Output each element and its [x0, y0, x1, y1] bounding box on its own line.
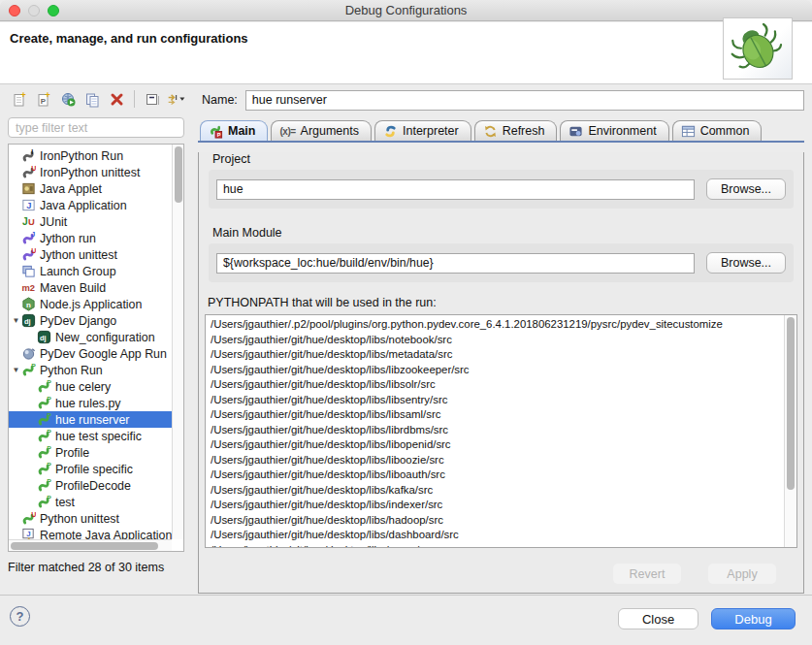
svg-text:P: P [47, 495, 51, 501]
tree-item-java-application[interactable]: JJava Application [9, 197, 172, 213]
pythonpath-entry: /Users/jgauthier/git/hue/desktop/libs/ka… [211, 483, 783, 499]
tree-item-label: Python unittest [38, 512, 123, 526]
project-input[interactable] [216, 179, 695, 200]
tree-item-label: Jython unittest [38, 248, 121, 262]
tree-item-label: Java Applet [38, 182, 106, 196]
tab-main[interactable]: PMain [200, 120, 268, 141]
tree-item-java-applet[interactable]: Java Applet [9, 180, 172, 197]
tree-item-label: IronPython Run [38, 149, 127, 163]
python-unittest-icon: U [21, 511, 38, 526]
tree-item-launch-group[interactable]: Launch Group [9, 263, 172, 279]
tree-item-remote-java-application[interactable]: JRemote Java Application [9, 527, 172, 539]
pythonpath-entry: /Users/jgauthier/git/hue/desktop/libs/li… [211, 377, 783, 393]
filter-menu-icon[interactable] [167, 89, 186, 109]
tree-item-jython-run[interactable]: JJython run [9, 230, 172, 246]
tab-refresh[interactable]: Refresh [474, 120, 558, 141]
tab-label: Common [700, 124, 750, 138]
title-bar: Debug Configurations [0, 0, 812, 21]
delete-configuration-icon[interactable] [107, 89, 126, 109]
revert-button[interactable]: Revert [613, 564, 681, 584]
expand-arrow-icon[interactable]: ▼ [9, 366, 21, 374]
tree-item-node-js-application[interactable]: nNode.js Application [9, 296, 172, 312]
pythonpath-list: /Users/jgauthier/.p2/pool/plugins/org.py… [205, 314, 797, 548]
svg-text:P: P [47, 429, 51, 435]
svg-text:P: P [47, 396, 51, 403]
tree-item-label: Profile specific [53, 463, 137, 476]
svg-text:J: J [26, 530, 30, 538]
project-browse-button[interactable]: Browse... [706, 178, 786, 200]
svg-text:P: P [47, 445, 51, 452]
tree-item-profiledecode[interactable]: PProfileDecode [9, 477, 172, 494]
tab-environment[interactable]: Environment [560, 120, 668, 141]
tree-item-python-unittest[interactable]: UPython unittest [9, 510, 172, 527]
help-button[interactable]: ? [10, 606, 30, 627]
tree-item-profile-specific[interactable]: PProfile specific [9, 461, 172, 477]
environment-icon [568, 124, 583, 139]
new-prototype-icon[interactable]: P+ [34, 89, 53, 109]
tree-item-label: Maven Build [38, 281, 110, 295]
new-configuration-icon[interactable]: + [10, 89, 29, 109]
filter-input[interactable] [8, 117, 184, 138]
pythonpath-scrollbar[interactable] [784, 315, 796, 547]
svg-text:P: P [47, 478, 51, 485]
bug-icon [723, 17, 793, 80]
close-window-button[interactable] [9, 5, 20, 16]
tree-item-hue-rules-py[interactable]: Phue rules.py [9, 395, 172, 411]
tab-label: Main [228, 124, 255, 138]
jython-unittest-icon: U [21, 247, 38, 262]
apply-button[interactable]: Apply [708, 564, 776, 584]
ironpython-run-icon: I [21, 148, 38, 163]
tree-item-new-configuration[interactable]: djNew_configuration [9, 329, 172, 345]
tab-label: Arguments [301, 124, 359, 138]
ironpython-unittest-icon: U [21, 165, 38, 179]
tree-item-label: Profile [53, 446, 93, 460]
jython-run-icon: J [21, 231, 38, 245]
tree-item-junit[interactable]: JUJUnit [9, 213, 172, 230]
export-configuration-icon[interactable] [58, 89, 78, 109]
arguments-icon: (x)= [279, 126, 295, 137]
launch-group-icon [21, 264, 38, 278]
tab-interpreter[interactable]: Interpreter [374, 120, 471, 141]
tree-item-label: PyDev Google App Run [38, 347, 171, 361]
tree-item-hue-test-specific[interactable]: Phue test specific [9, 428, 172, 444]
java-applet-icon [21, 181, 38, 196]
tree-item-jython-unittest[interactable]: UJython unittest [9, 246, 172, 263]
remote-java-icon: J [21, 528, 38, 539]
main-tab-icon: P [209, 124, 223, 139]
pythonpath-entry: /Users/jgauthier/git/hue/desktop/libs/in… [211, 498, 783, 513]
name-input[interactable] [245, 90, 804, 111]
tree-item-hue-celery[interactable]: Phue celery [9, 378, 172, 395]
svg-text:J: J [22, 216, 28, 227]
tab-common[interactable]: Common [672, 120, 763, 141]
tree-item-label: JUnit [38, 215, 71, 229]
tree-item-label: ProfileDecode [53, 479, 135, 493]
close-button[interactable]: Close [618, 608, 698, 629]
duplicate-configuration-icon[interactable] [82, 89, 102, 109]
tab-arguments[interactable]: (x)=Arguments [271, 120, 372, 141]
tree-item-python-run[interactable]: ▼ PPython Run [9, 362, 172, 378]
name-label: Name: [198, 93, 238, 107]
tree-item-maven-build[interactable]: m2Maven Build [9, 279, 172, 296]
main-module-input[interactable] [216, 253, 695, 274]
zoom-window-button[interactable] [48, 5, 59, 16]
tree-vertical-scrollbar[interactable] [172, 145, 183, 539]
debug-button[interactable]: Debug [711, 608, 796, 629]
tree-horizontal-scrollbar[interactable] [9, 539, 172, 551]
python-run-icon: P [37, 412, 53, 427]
minimize-window-button[interactable] [28, 5, 40, 16]
tree-item-ironpython-unittest[interactable]: UIronPython unittest [9, 164, 172, 180]
main-module-browse-button[interactable]: Browse... [706, 252, 786, 274]
tree-item-pydev-django[interactable]: ▼djPyDev Django [9, 312, 172, 329]
tree-item-pydev-google-app-run[interactable]: PyDev Google App Run [9, 345, 172, 362]
configurations-sidebar: +P+ IIronPython Run UIronPython unittest… [8, 85, 190, 594]
tree-item-hue-runserver[interactable]: Phue runserver [9, 411, 172, 428]
tree-item-profile[interactable]: PProfile [9, 444, 172, 461]
collapse-all-icon[interactable] [143, 89, 162, 109]
dialog-banner: Create, manage, and run configurations [0, 22, 812, 84]
expand-arrow-icon[interactable]: ▼ [9, 316, 21, 325]
svg-text:U: U [31, 165, 36, 172]
pythonpath-entry: /Users/jgauthier/git/hue/desktop/libs/ha… [211, 513, 783, 529]
tree-item-ironpython-run[interactable]: IIronPython Run [9, 147, 172, 164]
tree-item-test[interactable]: Ptest [9, 494, 172, 510]
nodejs-icon: n [21, 297, 38, 311]
